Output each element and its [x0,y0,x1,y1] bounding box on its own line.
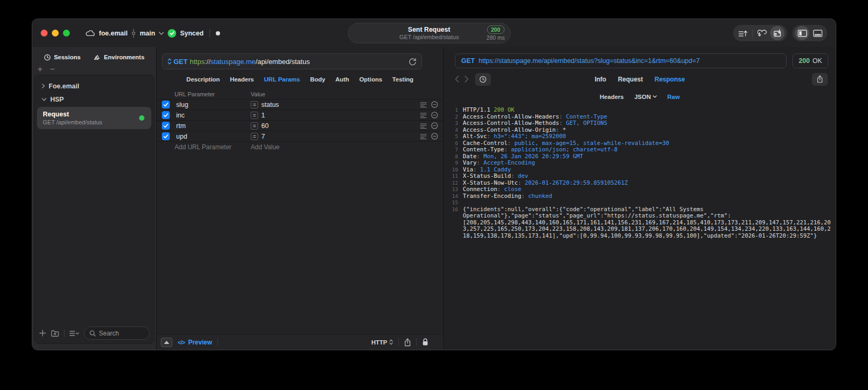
remove-circle-icon[interactable] [431,122,438,129]
param-name-field[interactable]: inc [175,112,251,119]
param-value-field[interactable]: 7 [261,133,265,140]
tab-sessions-label: Sessions [54,54,81,60]
project-name[interactable]: foe.email [99,30,127,37]
subtab-json[interactable]: JSON [634,94,656,100]
column-value-header: Value [251,91,414,97]
remove-circle-icon[interactable] [431,112,438,119]
tab-auth[interactable]: Auth [335,76,349,83]
pull-loop-icon[interactable] [755,26,769,40]
param-name-field[interactable]: slug [175,101,251,108]
minimize-window-button[interactable] [52,30,59,37]
equals-icon: = [251,133,258,140]
triangle-up-icon [164,341,169,344]
remove-circle-icon[interactable] [431,133,438,140]
synced-check-icon [168,29,176,38]
tab-sessions[interactable]: Sessions [44,54,81,61]
text-lines-icon[interactable] [420,102,427,107]
add-icon[interactable]: + [38,65,42,74]
text-lines-icon[interactable] [420,113,427,118]
response-url-text: https://statuspage.me/api/embed/status?s… [479,57,700,65]
tab-description[interactable]: Description [186,76,220,83]
params-header-row: URL Parameter Value [157,89,443,99]
preview-button[interactable]: </> Preview [178,339,212,346]
tab-body[interactable]: Body [310,76,325,83]
bottom-panel-toggle-icon[interactable] [810,26,825,40]
sync-actions-group [733,25,787,41]
request-item-subtitle: GET /api/embed/status [43,119,145,125]
tree-item-hsp[interactable]: HSP [34,93,154,106]
add-request-icon[interactable] [39,330,46,337]
chevron-right-icon[interactable] [42,84,45,88]
branch-name[interactable]: main [140,30,155,37]
request-status-pill[interactable]: Sent Request GET /api/embed/status 200 2… [348,23,510,43]
method-selector[interactable]: GET [168,58,188,66]
tab-url-params[interactable]: URL Params [264,76,300,83]
footer-divider [217,338,218,346]
share-icon[interactable] [404,338,411,347]
request-url-bar[interactable]: GET https://statuspage.me/api/embed/stat… [162,53,422,69]
search-input[interactable]: Search [84,326,150,340]
param-checkbox[interactable] [162,132,170,140]
header-line: 14Transfer-Encodingchunked [444,193,833,200]
preview-label: Preview [188,339,212,346]
tab-response[interactable]: Response [654,76,684,83]
request-list-item-selected[interactable]: Request GET /api/embed/status [37,107,151,129]
subtab-raw[interactable]: Raw [668,94,680,100]
history-clock-button[interactable] [475,73,491,86]
remove-icon[interactable]: − [50,65,54,74]
sync-status[interactable]: Synced [180,30,203,37]
text-lines-icon[interactable] [420,134,427,139]
cloud-icon [86,30,95,37]
param-name-field[interactable]: rtm [175,122,251,130]
param-checkbox[interactable] [162,122,170,130]
sidebar-add-remove: + − [32,64,156,75]
url-params-table: URL Parameter Value slug =status inc =1 [157,89,443,152]
tab-info[interactable]: Info [595,76,606,83]
zoom-window-button[interactable] [63,30,70,37]
tab-request[interactable]: Request [618,76,643,83]
param-value-field[interactable]: status [261,101,279,108]
refresh-icon[interactable] [409,58,416,66]
param-name-field[interactable]: upd [175,133,251,140]
add-folder-icon[interactable] [51,330,59,337]
add-param-name-placeholder[interactable]: Add URL Parameter [175,143,251,151]
forward-icon[interactable] [464,76,469,83]
line-number: 1 [444,107,463,114]
tab-headers[interactable]: Headers [230,76,254,83]
status-dot-icon [216,31,220,35]
chevron-down-icon [653,95,657,98]
subtab-headers[interactable]: Headers [600,94,624,100]
share-response-button[interactable] [812,73,828,86]
chevron-down-icon[interactable] [42,98,47,101]
param-checkbox[interactable] [162,111,170,119]
titlebar-actions [733,25,827,41]
close-window-button[interactable] [41,30,48,37]
add-param-value-placeholder[interactable]: Add Value [251,143,414,151]
back-icon[interactable] [455,76,459,83]
text-lines-icon[interactable] [420,123,427,129]
tab-environments[interactable]: Environments [93,54,144,61]
add-param-row: Add URL Parameter Add Value [157,142,443,152]
code-icon: </> [178,339,185,346]
import-box-icon[interactable] [770,26,784,40]
tab-options[interactable]: Options [359,76,382,83]
tree-item-foe-email[interactable]: Foe.email [34,79,154,93]
request-url[interactable]: https://statuspage.me/api/embed/status [190,57,310,66]
param-value-field[interactable]: 1 [261,112,265,119]
tree-item-label: HSP [50,96,64,103]
equals-icon: = [251,122,258,130]
export-lines-icon[interactable] [736,26,750,40]
remove-circle-icon[interactable] [431,101,438,108]
protocol-selector[interactable]: HTTP [371,339,393,346]
param-checkbox[interactable] [162,101,170,108]
expand-panel-button[interactable] [161,338,172,347]
response-raw-view[interactable]: 1HTTP/1.1200 OK 2Access-Control-Allow-He… [444,103,836,350]
list-view-icon[interactable] [69,330,79,337]
sessions-panel: Foe.email HSP Request GET /api/embed/sta… [34,75,154,344]
tab-testing[interactable]: Testing [392,76,414,83]
branch-chevron-down-icon[interactable] [159,32,164,35]
response-request-url[interactable]: GET https://statuspage.me/api/embed/stat… [455,53,787,68]
param-value-field[interactable]: 60 [261,122,269,130]
sidebar-toggle-icon[interactable] [795,26,809,40]
lock-icon[interactable] [422,338,428,346]
